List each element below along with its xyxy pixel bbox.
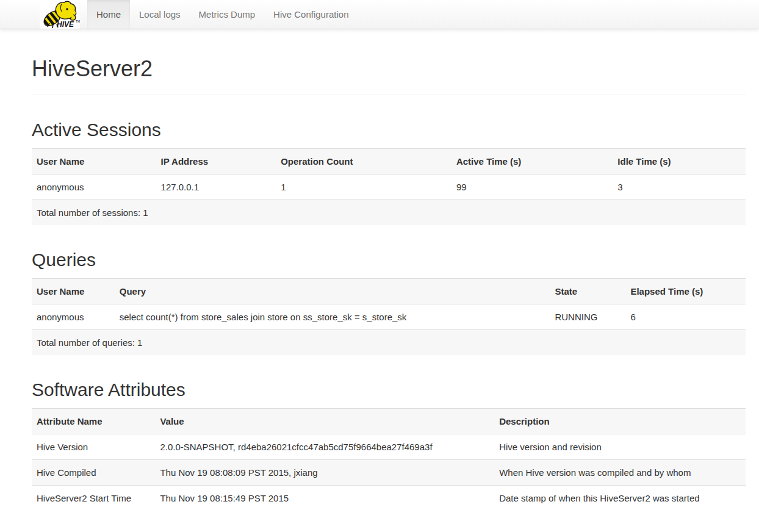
column-header: Value [155,408,494,434]
bottom-spacer [32,511,746,523]
hive-bee-logo-icon: HIVE TM [40,0,80,29]
table-cell: Hive Compiled [32,459,155,485]
table-header-row: User NameQueryStateElapsed Time (s) [32,278,746,304]
table-row: anonymousselect count(*) from store_sale… [32,304,746,329]
table-cell: 3 [613,174,746,200]
table-row: Hive CompiledThu Nov 19 08:08:09 PST 201… [32,459,746,485]
table-footer-row: Total number of queries: 1 [32,329,746,355]
table-cell: 1 [276,174,451,200]
navbar-link-home[interactable]: Home [87,0,130,29]
navbar-item-home: Home [87,0,130,29]
column-header: Operation Count [276,148,451,174]
table-row: Hive Version2.0.0-SNAPSHOT, rd4eba26021c… [32,434,746,459]
navbar-link-metrics-dump[interactable]: Metrics Dump [190,0,265,29]
table-cell: RUNNING [550,304,625,329]
navbar-link-hive-configuration[interactable]: Hive Configuration [264,0,358,29]
table-cell: 2.0.0-SNAPSHOT, rd4eba26021cfcc47ab5cd75… [155,434,494,459]
logo-tm: TM [76,20,80,23]
column-header: User Name [32,278,115,304]
main-content: HiveServer2 Active Sessions User NameIP … [32,57,746,523]
table-header-row: Attribute NameValueDescription [32,408,746,434]
software-attributes-heading: Software Attributes [32,379,746,400]
table-cell: Date stamp of when this HiveServer2 was … [494,485,746,511]
table-cell: Hive Version [32,434,155,459]
column-header: IP Address [156,148,276,174]
table-cell: select count(*) from store_sales join st… [115,304,550,329]
navbar-link-local-logs[interactable]: Local logs [130,0,190,29]
table-footer-cell: Total number of sessions: 1 [32,200,746,225]
table-cell: Hive version and revision [494,434,746,459]
column-header: Attribute Name [32,408,155,434]
table-cell: When Hive version was compiled and by wh… [494,459,746,485]
queries-section: Queries User NameQueryStateElapsed Time … [32,250,746,355]
navbar-item-hive-configuration: Hive Configuration [264,0,358,29]
column-header: Query [115,278,550,304]
table-cell: Thu Nov 19 08:15:49 PST 2015 [155,485,494,511]
column-header: Description [494,408,746,434]
table-cell: HiveServer2 Start Time [32,485,155,511]
page-header: HiveServer2 [32,57,746,95]
table-cell: Thu Nov 19 08:08:09 PST 2015, jxiang [155,459,494,485]
column-header: State [550,278,625,304]
column-header: User Name [32,148,156,174]
table-cell: 127.0.0.1 [156,174,276,200]
navbar: HIVE TM HomeLocal logsMetrics DumpHive C… [0,0,759,29]
table-header-row: User NameIP AddressOperation CountActive… [32,148,746,174]
page-title: HiveServer2 [32,57,746,81]
table-footer-row: Total number of sessions: 1 [32,200,746,225]
table-cell: 6 [625,304,746,329]
table-row: HiveServer2 Start TimeThu Nov 19 08:15:4… [32,485,746,511]
table-row: anonymous127.0.0.11993 [32,174,746,200]
logo-wordmark: HIVE [57,20,74,29]
queries-heading: Queries [32,250,746,270]
software-attributes-table: Attribute NameValueDescriptionHive Versi… [32,408,746,511]
table-cell: 99 [451,174,613,200]
navbar-menu: HomeLocal logsMetrics DumpHive Configura… [87,0,358,29]
active-sessions-section: Active Sessions User NameIP AddressOpera… [32,120,746,225]
column-header: Elapsed Time (s) [625,278,746,304]
column-header: Idle Time (s) [613,148,746,174]
active-sessions-table: User NameIP AddressOperation CountActive… [32,148,746,225]
navbar-item-local-logs: Local logs [130,0,190,29]
table-footer-cell: Total number of queries: 1 [32,329,746,355]
table-cell: anonymous [32,174,156,200]
queries-table: User NameQueryStateElapsed Time (s)anony… [32,278,746,355]
software-attributes-section: Software Attributes Attribute NameValueD… [32,379,746,511]
hive-logo[interactable]: HIVE TM [40,0,80,29]
active-sessions-heading: Active Sessions [32,120,746,140]
navbar-item-metrics-dump: Metrics Dump [190,0,265,29]
column-header: Active Time (s) [451,148,613,174]
table-cell: anonymous [32,304,115,329]
